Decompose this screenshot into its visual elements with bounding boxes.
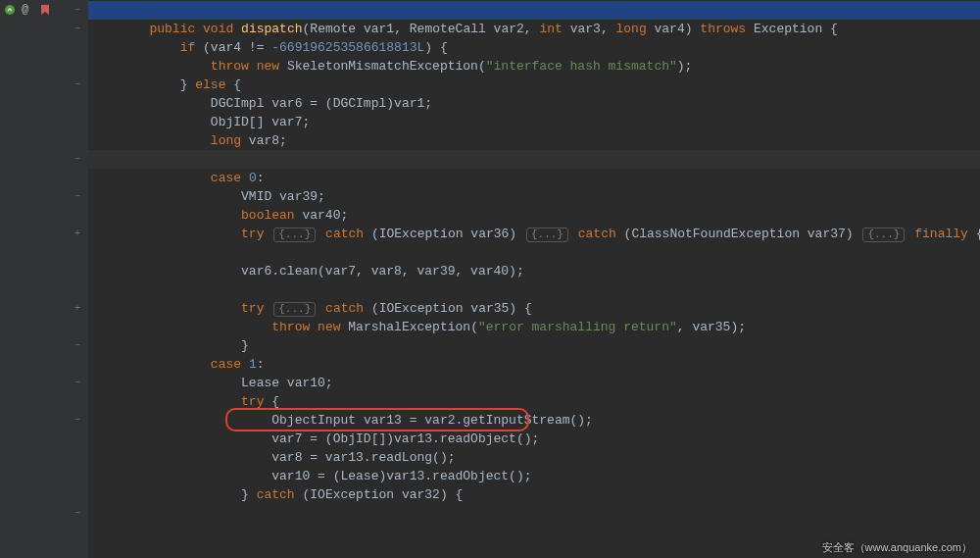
code-editor[interactable]: public void dispatch(Remote var1, Remote… — [88, 0, 980, 558]
code-line[interactable]: ObjectInput var13 = var2.getInputStream(… — [88, 392, 980, 411]
code-line[interactable]: VMID var39; — [88, 169, 980, 187]
fold-toggle-icon[interactable]: − — [73, 155, 82, 165]
code-line[interactable]: if (var4 != -669196253586618813L) { — [88, 20, 980, 38]
fold-toggle-icon[interactable]: − — [73, 379, 82, 388]
fold-toggle-icon[interactable]: − — [73, 192, 82, 202]
code-line[interactable]: } catch (IOException var32) { — [88, 467, 980, 485]
fold-toggle-icon[interactable]: − — [73, 341, 82, 351]
fold-toggle-icon[interactable]: − — [73, 416, 82, 426]
fold-column: − − − − − + + − − − − — [73, 0, 84, 558]
code-line[interactable]: try {...} catch (IOException var35) { — [88, 280, 980, 299]
code-line[interactable]: case 1: — [88, 336, 980, 355]
fold-toggle-icon[interactable]: − — [73, 25, 82, 34]
code-line[interactable]: var8 = var13.readLong(); — [88, 430, 980, 448]
code-line[interactable]: Lease var10; — [88, 355, 980, 374]
gutter-top-icons: @ — [0, 0, 55, 20]
token-text: (IOException var32) { — [295, 487, 464, 502]
token-keyword: catch — [257, 487, 295, 502]
fold-toggle-icon[interactable]: + — [73, 229, 82, 239]
code-line[interactable]: DGCImpl var6 = (DGCImpl)var1; — [88, 76, 980, 94]
code-line[interactable]: boolean var40; — [88, 187, 980, 206]
override-method-icon[interactable] — [4, 4, 16, 16]
code-line[interactable]: public void dispatch(Remote var1, Remote… — [88, 1, 980, 20]
code-line-blank[interactable] — [88, 262, 980, 280]
watermark-text: 安全客（www.anquanke.com） — [822, 540, 972, 554]
code-line[interactable]: try {...} catch (IOException var36) {...… — [88, 206, 980, 225]
code-line[interactable]: } else { — [88, 57, 980, 76]
editor-gutter: @ − − − − − + + − − − − — [0, 0, 88, 558]
code-line-highlighted[interactable]: var7 = (ObjID[])var13.readObject(); — [88, 411, 980, 430]
indent — [119, 487, 241, 502]
code-line[interactable]: case 0: — [88, 150, 980, 169]
code-line[interactable]: ObjID[] var7; — [88, 94, 980, 113]
fold-toggle-icon[interactable]: + — [73, 304, 82, 314]
bookmark-icon[interactable] — [39, 4, 51, 16]
code-line[interactable]: var10 = (Lease)var13.readObject(); — [88, 448, 980, 467]
token-text: } — [241, 487, 257, 502]
fold-toggle-icon[interactable]: − — [73, 509, 82, 519]
code-line[interactable]: switch(var3) { — [88, 131, 980, 150]
code-line[interactable]: var6.clean(var7, var8, var39, var40); — [88, 243, 980, 262]
annotation-icon[interactable]: @ — [22, 4, 33, 16]
fold-toggle-icon[interactable]: − — [73, 6, 82, 16]
code-line[interactable]: throw new MarshalException("error marsha… — [88, 299, 980, 318]
fold-toggle-icon[interactable]: − — [73, 80, 82, 90]
code-line[interactable]: } — [88, 318, 980, 336]
code-line[interactable]: try { — [88, 374, 980, 392]
code-line[interactable]: throw new SkeletonMismatchException("int… — [88, 38, 980, 57]
code-line[interactable]: long var8; — [88, 113, 980, 131]
code-line-blank[interactable] — [88, 225, 980, 243]
